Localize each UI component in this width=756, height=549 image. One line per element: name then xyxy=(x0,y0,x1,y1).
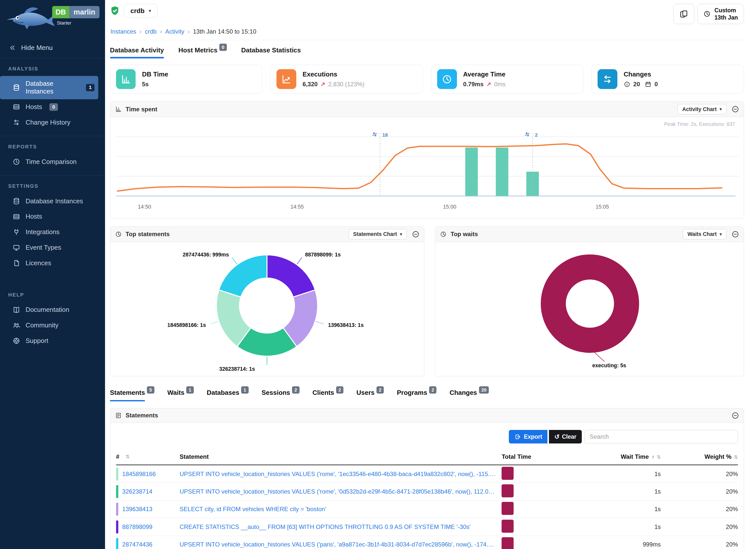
collapse-icon[interactable] xyxy=(732,412,739,419)
statement-row: 287474436UPSERT INTO vehicle_location_hi… xyxy=(116,536,738,549)
sidebar-item-community[interactable]: Community xyxy=(0,318,105,333)
clear-button[interactable]: ↺ Clear xyxy=(549,430,582,443)
main-content: crdb ▾ Custom 13th Jan xyxy=(105,0,756,549)
sidebar-item-licences[interactable]: Licences xyxy=(0,255,105,271)
sort-asc-icon[interactable]: ↑ xyxy=(652,454,654,460)
lifering-icon xyxy=(13,337,20,345)
total-time-bar xyxy=(502,484,514,497)
statement-link[interactable]: UPSERT INTO vehicle_location_histories V… xyxy=(180,488,502,495)
time-range-button[interactable]: Custom 13th Jan xyxy=(697,4,744,24)
search-input[interactable] xyxy=(585,430,738,443)
undo-icon: ↺ xyxy=(554,433,559,440)
tab-database-activity[interactable]: Database Activity xyxy=(110,46,164,58)
column-total-time[interactable]: Total Time xyxy=(502,453,569,460)
statement-id-link[interactable]: 887898099 xyxy=(122,523,152,530)
server-icon xyxy=(13,103,20,111)
count-badge: 2 xyxy=(429,386,436,394)
breadcrumb-link[interactable]: crdb xyxy=(145,28,157,35)
statement-link[interactable]: SELECT city, id FROM vehicles WHERE city… xyxy=(180,506,502,513)
collapse-icon[interactable] xyxy=(732,231,739,238)
statement-link[interactable]: CREATE STATISTICS __auto__ FROM [63] WIT… xyxy=(180,523,502,530)
collapse-icon[interactable] xyxy=(732,106,739,113)
weight-value: 20% xyxy=(661,488,738,495)
count-badge: 0 xyxy=(49,103,58,111)
card-title: Executions xyxy=(303,70,364,78)
collapse-icon[interactable] xyxy=(412,231,419,238)
export-button[interactable]: Export xyxy=(509,430,547,443)
tab-statements[interactable]: Statements5 xyxy=(110,388,154,401)
svg-text:887898099: 1s: 887898099: 1s xyxy=(305,252,341,257)
count-badge: 2 xyxy=(292,386,299,394)
total-time-bar xyxy=(502,520,514,533)
sidebar-item-label: Database Instances xyxy=(26,197,83,205)
statement-id-link[interactable]: 139638413 xyxy=(122,506,152,513)
sidebar-item-change-history[interactable]: Change History xyxy=(0,115,105,130)
sidebar-item-integrations[interactable]: Integrations xyxy=(0,224,105,240)
svg-text:18: 18 xyxy=(382,133,388,138)
sort-icon[interactable]: ⇅ xyxy=(126,454,130,460)
time-spent-panel: Time spent Activity Chart▾ Peak Time: 2s… xyxy=(110,101,744,219)
column-weight[interactable]: Weight %⇅ xyxy=(661,453,738,460)
main-tabs: Database ActivityHost Metrics0Database S… xyxy=(110,40,744,58)
breadcrumb-link[interactable]: Instances xyxy=(110,28,136,35)
info-change-count: 20 xyxy=(633,81,640,88)
metric-cards: DB Time5sExecutions6,320↗2,830 (123%)Ave… xyxy=(110,65,744,94)
tab-database-statistics[interactable]: Database Statistics xyxy=(241,46,301,58)
column-statement[interactable]: Statement xyxy=(180,453,502,460)
tab-programs[interactable]: Programs2 xyxy=(397,388,436,401)
sidebar-item-label: Time Comparison xyxy=(26,158,77,166)
waits-chart-select[interactable]: Waits Chart▾ xyxy=(683,229,726,239)
database-icon xyxy=(13,84,20,91)
column-id[interactable]: #⇅ xyxy=(116,453,180,460)
sidebar-item-documentation[interactable]: Documentation xyxy=(0,302,105,318)
sidebar-item-time-comparison[interactable]: Time Comparison xyxy=(0,154,105,169)
export-icon xyxy=(514,433,521,440)
panel-title: Time spent xyxy=(126,106,157,113)
statements-chart-select[interactable]: Statements Chart▾ xyxy=(349,229,407,239)
statement-link[interactable]: UPSERT INTO vehicle_location_histories V… xyxy=(180,471,502,478)
sidebar-item-database-instances[interactable]: Database Instances xyxy=(0,193,105,209)
clock-icon xyxy=(437,69,457,89)
clock-icon xyxy=(13,158,20,166)
sort-icon[interactable]: ⇅ xyxy=(734,454,738,460)
tab-users[interactable]: Users2 xyxy=(356,388,384,401)
statement-color-bar xyxy=(116,520,119,533)
count-badge: 2 xyxy=(376,386,384,394)
swap-icon xyxy=(598,69,617,89)
statement-id-link[interactable]: 287474436 xyxy=(122,541,152,548)
chevron-down-icon: ▾ xyxy=(720,107,722,112)
tab-clients[interactable]: Clients2 xyxy=(313,388,344,401)
breadcrumb-link[interactable]: Activity xyxy=(165,28,184,35)
hide-menu-button[interactable]: Hide Menu xyxy=(0,38,105,58)
sidebar-item-support[interactable]: Support xyxy=(0,333,105,349)
statement-id-link[interactable]: 326238714 xyxy=(122,488,152,495)
statement-row: 139638413SELECT city, id FROM vehicles W… xyxy=(116,501,738,518)
info-icon xyxy=(624,81,630,88)
sidebar-item-database-instances[interactable]: Database Instances1 xyxy=(0,76,98,99)
sort-icon[interactable]: ⇅ xyxy=(657,454,661,460)
sidebar-item-hosts[interactable]: Hosts xyxy=(0,209,105,224)
sidebar-item-label: Hosts xyxy=(26,213,42,220)
tab-databases[interactable]: Databases1 xyxy=(207,388,249,401)
count-badge: 1 xyxy=(86,84,95,91)
tab-host-metrics[interactable]: Host Metrics0 xyxy=(178,46,227,58)
tab-changes[interactable]: Changes20 xyxy=(449,388,489,401)
chevron-down-icon: ▾ xyxy=(720,232,722,237)
svg-text:14:50: 14:50 xyxy=(138,204,151,210)
tab-waits[interactable]: Waits1 xyxy=(167,388,194,401)
statement-id-link[interactable]: 1845898166 xyxy=(122,471,156,478)
column-wait-time[interactable]: Wait Time↑⇅ xyxy=(569,453,661,460)
logo[interactable]: DBmarlin Starter xyxy=(0,0,105,38)
sidebar-item-label: Support xyxy=(26,337,48,345)
copy-button[interactable] xyxy=(673,4,695,24)
sidebar-item-event-types[interactable]: Event Types xyxy=(0,240,105,255)
sidebar-item-hosts[interactable]: Hosts0 xyxy=(0,99,105,115)
count-badge: 0 xyxy=(219,44,227,51)
instance-selector[interactable]: crdb ▾ xyxy=(124,4,157,18)
statement-link[interactable]: UPSERT INTO vehicle_location_histories V… xyxy=(180,541,502,548)
activity-chart-select[interactable]: Activity Chart▾ xyxy=(678,104,726,114)
svg-text:15:00: 15:00 xyxy=(443,204,456,210)
logo-marlin-badge: marlin xyxy=(69,6,100,18)
sidebar-item-label: Database Instances xyxy=(26,80,79,95)
tab-sessions[interactable]: Sessions2 xyxy=(262,388,300,401)
